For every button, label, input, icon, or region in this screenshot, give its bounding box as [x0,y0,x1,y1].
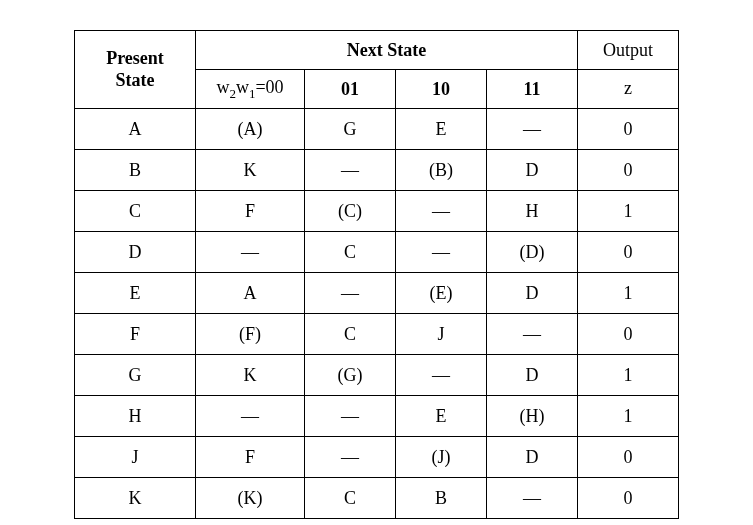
cell-next-state-00: (F) [196,314,305,355]
cell-next-state-11: D [487,150,578,191]
cell-output-z: 0 [578,109,679,150]
cell-next-state-10: E [396,109,487,150]
cell-output-z: 1 [578,355,679,396]
cell-output-z: 0 [578,437,679,478]
cell-output-z: 0 [578,478,679,519]
table-row: GK(G)—D1 [75,355,679,396]
table-body: A(A)GE—0BK—(B)D0CF(C)—H1D—C—(D)0EA—(E)D1… [75,109,679,519]
table-row: D—C—(D)0 [75,232,679,273]
cell-output-z: 1 [578,273,679,314]
cell-present-state: F [75,314,196,355]
cell-next-state-01: C [305,314,396,355]
cell-next-state-11: — [487,109,578,150]
table-row: A(A)GE—0 [75,109,679,150]
cell-present-state: K [75,478,196,519]
cell-next-state-00: A [196,273,305,314]
cell-next-state-01: (C) [305,191,396,232]
cell-next-state-01: (G) [305,355,396,396]
w-prefix-2: w [236,77,249,97]
cell-next-state-11: — [487,478,578,519]
cell-next-state-10: E [396,396,487,437]
cell-next-state-11: H [487,191,578,232]
cell-next-state-01: G [305,109,396,150]
cell-present-state: G [75,355,196,396]
table-row: BK—(B)D0 [75,150,679,191]
cell-next-state-10: (J) [396,437,487,478]
cell-next-state-01: — [305,396,396,437]
cell-next-state-00: K [196,150,305,191]
cell-next-state-11: D [487,355,578,396]
w-eq-00: =00 [255,77,283,97]
cell-next-state-10: — [396,232,487,273]
cell-next-state-10: (E) [396,273,487,314]
cell-present-state: H [75,396,196,437]
cell-next-state-01: C [305,232,396,273]
header-col-11: 11 [487,70,578,109]
cell-output-z: 1 [578,191,679,232]
cell-next-state-00: F [196,437,305,478]
cell-next-state-10: — [396,191,487,232]
cell-output-z: 1 [578,396,679,437]
header-present-state: PresentState [75,31,196,109]
cell-next-state-01: — [305,437,396,478]
cell-next-state-00: — [196,232,305,273]
header-col-10: 10 [396,70,487,109]
header-col-00: w2w1=00 [196,70,305,109]
cell-present-state: E [75,273,196,314]
cell-next-state-00: (A) [196,109,305,150]
table-row: CF(C)—H1 [75,191,679,232]
cell-next-state-10: J [396,314,487,355]
cell-next-state-10: B [396,478,487,519]
w-prefix-1: w [216,77,229,97]
header-present-state-line1: PresentState [106,48,164,90]
cell-next-state-10: (B) [396,150,487,191]
cell-next-state-00: (K) [196,478,305,519]
table-row: F(F)CJ—0 [75,314,679,355]
table-row: EA—(E)D1 [75,273,679,314]
cell-next-state-01: C [305,478,396,519]
cell-present-state: C [75,191,196,232]
cell-next-state-01: — [305,150,396,191]
cell-next-state-11: — [487,314,578,355]
cell-next-state-00: — [196,396,305,437]
cell-next-state-00: F [196,191,305,232]
state-transition-table: PresentState Next State Output w2w1=00 0… [74,30,679,519]
cell-next-state-11: D [487,437,578,478]
cell-next-state-00: K [196,355,305,396]
cell-output-z: 0 [578,314,679,355]
cell-next-state-11: (D) [487,232,578,273]
table-row: H——E(H)1 [75,396,679,437]
table-row: JF—(J)D0 [75,437,679,478]
cell-next-state-11: D [487,273,578,314]
table-row: K(K)CB—0 [75,478,679,519]
cell-present-state: D [75,232,196,273]
cell-present-state: A [75,109,196,150]
cell-present-state: B [75,150,196,191]
cell-output-z: 0 [578,150,679,191]
header-output-top: Output [578,31,679,70]
cell-next-state-10: — [396,355,487,396]
cell-present-state: J [75,437,196,478]
header-next-state: Next State [196,31,578,70]
cell-output-z: 0 [578,232,679,273]
header-output-z: z [578,70,679,109]
header-col-01: 01 [305,70,396,109]
cell-next-state-01: — [305,273,396,314]
cell-next-state-11: (H) [487,396,578,437]
